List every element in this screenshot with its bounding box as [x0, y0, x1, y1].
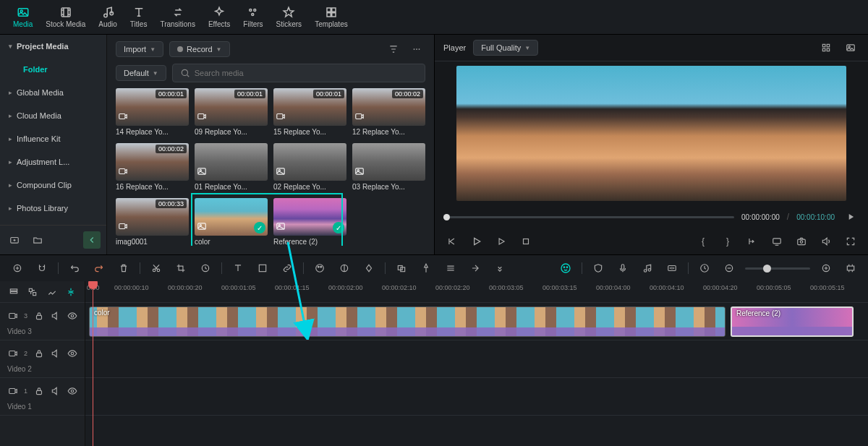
topnav-templates[interactable]: Templates	[315, 6, 348, 28]
timeline-track[interactable]: colorReference (2)	[85, 303, 868, 340]
media-item[interactable]: 01 Replace Yo...	[195, 143, 268, 191]
media-item[interactable]: 00:00:02 12 Replace Yo...	[352, 88, 425, 136]
sidebar-item-cloud-media[interactable]: ▸Cloud Media	[0, 104, 106, 127]
mute-icon[interactable]	[50, 345, 61, 362]
media-item[interactable]: 00:00:01 14 Replace Yo...	[116, 88, 189, 136]
media-item[interactable]: ✓ Reference (2)	[273, 198, 346, 246]
topnav-stock[interactable]: Stock Media	[46, 6, 85, 28]
topnav-stickers[interactable]: Stickers	[276, 6, 302, 28]
sidebar-item-compound-clip[interactable]: ▸Compound Clip	[0, 173, 106, 197]
prev-frame-icon[interactable]	[443, 233, 461, 250]
media-item[interactable]: 03 Replace Yo...	[352, 143, 425, 191]
video-track-icon[interactable]	[7, 307, 18, 325]
search-input[interactable]	[195, 69, 417, 77]
media-thumbnail[interactable]: 00:00:01	[195, 88, 268, 126]
magnet-icon[interactable]	[33, 260, 51, 277]
more-icon[interactable]	[408, 40, 425, 58]
ai-assistant-icon[interactable]	[557, 260, 574, 277]
keyframe-icon[interactable]	[360, 260, 378, 277]
track-icon[interactable]	[442, 260, 459, 277]
playhead[interactable]	[93, 281, 93, 446]
shield-icon[interactable]	[590, 260, 607, 277]
topnav-transitions[interactable]: Transitions	[160, 6, 195, 28]
topnav-titles[interactable]: Titles	[130, 6, 148, 28]
speed-icon[interactable]	[197, 260, 214, 277]
timeline-ruler[interactable]: 0:0000:00:00:1000:00:00:2000:00:01:0500:…	[85, 281, 868, 303]
volume-icon[interactable]	[817, 233, 835, 250]
link-icon[interactable]	[278, 260, 296, 277]
sidebar-item-photos-library[interactable]: ▸Photos Library	[0, 197, 106, 220]
media-thumbnail[interactable]: ✓	[273, 198, 346, 236]
search-box[interactable]	[172, 64, 425, 82]
visibility-icon[interactable]	[67, 345, 77, 362]
snap-icon[interactable]	[64, 283, 77, 301]
mute-icon[interactable]	[50, 382, 61, 400]
mute-icon[interactable]	[50, 307, 61, 325]
display-icon[interactable]	[768, 233, 786, 250]
mark-in-icon[interactable]	[744, 233, 761, 250]
add-folder-icon[interactable]	[6, 231, 23, 249]
palette-icon[interactable]	[311, 260, 328, 277]
music-icon[interactable]	[639, 260, 656, 277]
sort-dropdown[interactable]: Default▼	[116, 65, 166, 81]
media-thumbnail[interactable]: 00:00:02	[352, 88, 425, 126]
sidebar-item-adjustment-l-[interactable]: ▸Adjustment L...	[0, 150, 106, 173]
stop-icon[interactable]	[517, 233, 535, 250]
folder-icon[interactable]	[29, 231, 46, 249]
filter-icon[interactable]	[385, 40, 402, 58]
zoom-slider[interactable]	[745, 267, 810, 270]
track-view-icon[interactable]	[7, 283, 20, 301]
zoom-out-icon[interactable]	[720, 260, 738, 277]
frame-icon[interactable]	[254, 260, 271, 277]
media-item[interactable]: 00:00:01 15 Replace Yo...	[273, 88, 346, 136]
marker-icon[interactable]	[417, 260, 435, 277]
zoom-in-icon[interactable]	[817, 260, 835, 277]
video-track-icon[interactable]	[7, 345, 18, 362]
compare-icon[interactable]	[842, 39, 859, 56]
timeline-track[interactable]	[85, 378, 868, 416]
lock-icon[interactable]	[33, 345, 44, 362]
adjust-icon[interactable]	[336, 260, 353, 277]
delete-icon[interactable]	[115, 260, 132, 277]
player-video-preview[interactable]	[456, 66, 846, 201]
fullscreen-icon[interactable]	[842, 233, 859, 250]
record-button[interactable]: Record▼	[169, 41, 229, 57]
sidebar-item-global-media[interactable]: ▸Global Media	[0, 81, 106, 104]
import-button[interactable]: Import▼	[116, 41, 163, 57]
undo-icon[interactable]	[66, 260, 83, 277]
mixer-icon[interactable]	[663, 260, 681, 277]
redo-icon[interactable]	[90, 260, 108, 277]
auto-icon[interactable]	[46, 283, 59, 301]
play-alt-icon[interactable]	[493, 233, 510, 250]
render-icon[interactable]	[696, 260, 713, 277]
topnav-audio[interactable]: Audio	[98, 6, 117, 28]
media-thumbnail[interactable]	[273, 143, 346, 181]
media-item[interactable]: 00:00:33 imag0001	[116, 198, 189, 246]
media-thumbnail[interactable]	[352, 143, 425, 181]
link-tracks-icon[interactable]	[26, 283, 39, 301]
lock-icon[interactable]	[33, 382, 44, 400]
timeline-track[interactable]	[85, 340, 868, 378]
play-icon[interactable]	[468, 233, 485, 250]
media-thumbnail[interactable]: ✓	[195, 198, 268, 236]
media-item[interactable]: 00:00:01 09 Replace Yo...	[195, 88, 268, 136]
crop-icon[interactable]	[172, 260, 190, 277]
view-grid-icon[interactable]	[817, 39, 835, 56]
ai-tool-icon[interactable]	[9, 260, 26, 277]
seek-bar[interactable]	[443, 216, 734, 218]
quality-dropdown[interactable]: Full Quality▼	[473, 40, 538, 56]
media-item[interactable]: ✓ color	[195, 198, 268, 246]
more-tools-icon[interactable]	[491, 260, 509, 277]
direction-icon[interactable]	[467, 260, 484, 277]
lock-icon[interactable]	[33, 307, 44, 325]
media-thumbnail[interactable]: 00:00:02	[116, 143, 189, 181]
timeline-clip[interactable]: color	[89, 306, 726, 337]
zoom-fit-icon[interactable]	[842, 260, 859, 277]
play-forward-icon[interactable]	[842, 208, 859, 226]
topnav-effects[interactable]: Effects	[208, 6, 230, 28]
sidebar-item-influence-kit[interactable]: ▸Influence Kit	[0, 127, 106, 150]
bracket-close-icon[interactable]: }	[719, 233, 736, 250]
media-thumbnail[interactable]: 00:00:01	[273, 88, 346, 126]
snapshot-icon[interactable]	[793, 233, 810, 250]
topnav-media[interactable]: Media	[13, 6, 33, 28]
